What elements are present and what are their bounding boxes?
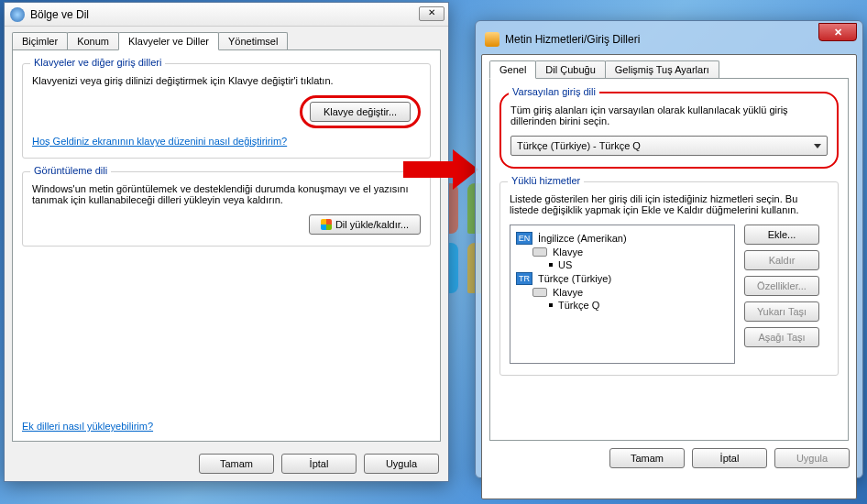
display-language-group: Görüntüleme dili Windows'un metin görünt… [22,171,431,247]
remove-button[interactable]: Kaldır [744,250,819,270]
tree-item-keyboard[interactable]: Klavye [516,286,729,299]
dropdown-value: Türkçe (Türkiye) - Türkçe Q [517,140,641,151]
tab-formats[interactable]: Biçimler [12,32,68,49]
globe-icon [10,7,25,22]
region-language-dialog: Bölge ve Dil ✕ Biçimler Konum Klavyeler … [4,2,449,482]
installed-services-group: Yüklü hizmetler Listede gösterilen her g… [499,181,839,376]
add-button[interactable]: Ekle... [744,225,819,245]
cancel-button[interactable]: İptal [281,454,357,474]
ok-button[interactable]: Tamam [609,448,685,468]
bullet-icon [549,303,553,307]
shield-icon [321,219,332,230]
tree-item-en[interactable]: ENİngilizce (Amerikan) [516,231,729,246]
properties-button[interactable]: Özellikler... [744,276,819,296]
chevron-down-icon [814,144,821,148]
change-keyboards-button[interactable]: Klavye değiştir... [310,102,411,122]
group-text: Klavyenizi veya giriş dilinizi değiştirm… [32,75,421,86]
tree-item-layout[interactable]: US [516,258,729,271]
keyboard-icon [532,247,547,257]
close-button[interactable]: ✕ [818,23,857,41]
default-language-dropdown[interactable]: Türkçe (Türkiye) - Türkçe Q [510,136,828,156]
text-services-dialog: Metin Hizmetleri/Giriş Dilleri ✕ Genel D… [475,20,863,478]
tab-body: Klavyeler ve diğer giriş dilleri Klavyen… [12,49,441,442]
tabs: Biçimler Konum Klavyeler ve Diller Yönet… [5,27,448,49]
keyboards-group: Klavyeler ve diğer giriş dilleri Klavyen… [22,63,431,159]
group-text: Tüm giriş alanları için varsayılan olara… [510,104,828,126]
ok-button[interactable]: Tamam [199,454,274,474]
titlebar: Bölge ve Dil ✕ [5,3,448,27]
install-uninstall-languages-button[interactable]: Dil yükle/kaldır... [309,214,421,235]
tree-item-tr[interactable]: TRTürkçe (Türkiye) [516,271,729,286]
tree-item-layout[interactable]: Türkçe Q [516,299,729,312]
welcome-screen-link[interactable]: Hoş Geldiniz ekranının klavye düzenini n… [32,136,287,147]
titlebar: Metin Hizmetleri/Giriş Dilleri ✕ [481,27,857,52]
tab-general[interactable]: Genel [489,60,536,79]
tab-language-bar[interactable]: Dil Çubuğu [535,60,605,78]
group-title: Görüntüleme dili [30,165,111,176]
keyboard-settings-icon [485,32,499,47]
move-up-button[interactable]: Yukarı Taşı [744,301,819,322]
tab-advanced-key[interactable]: Gelişmiş Tuş Ayarları [605,60,719,78]
bullet-icon [549,263,553,267]
move-down-button[interactable]: Aşağı Taşı [744,327,819,347]
keyboard-icon [532,288,547,297]
apply-button[interactable]: Uygula [364,454,439,474]
services-tree[interactable]: ENİngilizce (Amerikan) Klavye US TRTürkç… [510,225,735,364]
group-title: Varsayılan giriş dili [509,86,599,97]
tree-item-keyboard[interactable]: Klavye [516,246,729,258]
group-title: Klavyeler ve diğer giriş dilleri [30,57,165,68]
title-text: Bölge ve Dil [30,8,89,21]
tab-administrative[interactable]: Yönetimsel [218,32,288,49]
tabs: Genel Dil Çubuğu Gelişmiş Tuş Ayarları [482,55,856,78]
default-input-language-group: Varsayılan giriş dili Tüm giriş alanları… [499,92,839,169]
tab-keyboards-languages[interactable]: Klavyeler ve Diller [118,32,219,50]
tab-location[interactable]: Konum [67,32,119,49]
lang-badge-icon: TR [516,272,532,285]
highlight-ring: Klavye değiştir... [300,95,421,128]
tab-body: Varsayılan giriş dili Tüm giriş alanları… [489,78,849,441]
dialog-buttons: Tamam İptal Uygula [609,448,850,468]
group-text: Listede gösterilen her giriş dili için i… [510,193,829,215]
title-text: Metin Hizmetleri/Giriş Dilleri [505,33,640,46]
lang-badge-icon: EN [516,232,532,245]
additional-languages-link[interactable]: Ek dilleri nasıl yükleyebilirim? [22,421,153,432]
close-button[interactable]: ✕ [419,6,444,21]
group-title: Yüklü hizmetler [508,175,584,186]
dialog-buttons: Tamam İptal Uygula [199,454,439,474]
apply-button[interactable]: Uygula [774,448,850,468]
group-text: Windows'un metin görüntülemek ve destekl… [32,183,421,205]
cancel-button[interactable]: İptal [692,448,767,468]
red-arrow-icon [403,147,481,192]
